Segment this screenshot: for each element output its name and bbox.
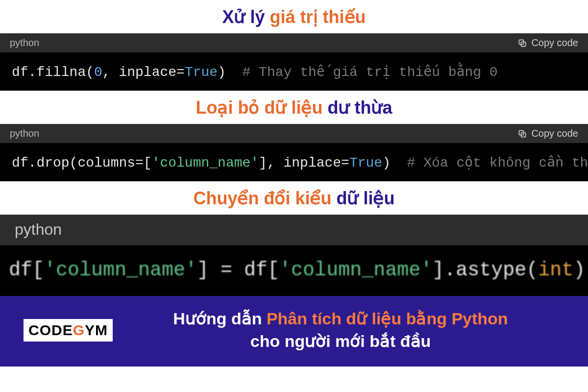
- heading-part-blue: dữ liệu: [337, 188, 395, 208]
- copy-code-button[interactable]: Copy code: [517, 37, 578, 49]
- logo-text-g: G: [73, 322, 85, 338]
- code-block-astype: python df['column_name'] = df['column_na…: [0, 215, 588, 296]
- heading-missing-values: Xử lý giá trị thiếu: [0, 0, 588, 33]
- code-header: python: [0, 215, 588, 245]
- code-block-drop: python Copy code df.drop(columns=['colum…: [0, 124, 588, 181]
- copy-code-label: Copy code: [531, 128, 578, 139]
- code-language-label: python: [15, 220, 62, 239]
- code-content: df.fillna(0, inplace=True) # Thay thế gi…: [0, 52, 588, 91]
- code-content: df.drop(columns=['column_name'], inplace…: [0, 143, 588, 181]
- heading-drop-columns: Loại bỏ dữ liệu dư thừa: [0, 91, 588, 124]
- footer-line2: cho người mới bắt đầu: [250, 332, 431, 350]
- logo-text-prefix: CODE: [28, 322, 73, 338]
- code-block-fillna: python Copy code df.fillna(0, inplace=Tr…: [0, 33, 588, 91]
- code-language-label: python: [10, 128, 39, 139]
- heading-part-orange: Chuyển đổi kiểu: [193, 188, 336, 208]
- logo-text-suffix: YM: [85, 322, 108, 338]
- heading-part-orange: giá trị thiếu: [270, 7, 366, 27]
- heading-part-orange: Loại bỏ dữ liệu: [196, 98, 328, 118]
- footer-title: Hướng dẫn Phân tích dữ liệu bằng Python …: [132, 308, 578, 353]
- footer-line1-orange: Phân tích dữ liệu bằng Python: [267, 309, 508, 328]
- heading-astype: Chuyển đổi kiểu dữ liệu: [0, 181, 588, 215]
- copy-icon: [517, 129, 527, 139]
- code-content: df['column_name'] = df['column_name'].as…: [0, 245, 588, 296]
- code-header: python Copy code: [0, 124, 588, 143]
- codegym-logo: CODEGYM: [24, 319, 113, 342]
- heading-part-blue: Xử lý: [222, 7, 270, 27]
- copy-code-label: Copy code: [531, 37, 578, 49]
- copy-icon: [517, 38, 527, 48]
- heading-part-blue: dư thừa: [327, 98, 392, 118]
- code-language-label: python: [10, 37, 39, 49]
- footer-line1-white: Hướng dẫn: [173, 309, 267, 328]
- footer-banner: CODEGYM Hướng dẫn Phân tích dữ liệu bằng…: [0, 296, 588, 367]
- code-header: python Copy code: [0, 33, 588, 52]
- copy-code-button[interactable]: Copy code: [517, 128, 578, 139]
